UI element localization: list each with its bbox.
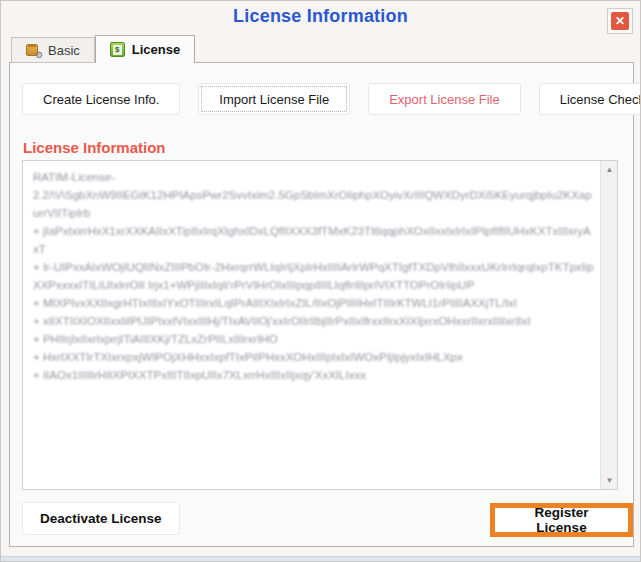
register-license-button[interactable]: Register License: [495, 508, 628, 532]
dollar-icon: $: [110, 42, 125, 57]
scroll-down-arrow-icon[interactable]: ▼: [601, 472, 618, 489]
vertical-scrollbar[interactable]: ▲ ▼: [600, 161, 617, 489]
import-license-file-button[interactable]: Import License File: [198, 83, 350, 115]
tab-license[interactable]: $ License: [95, 35, 195, 63]
register-license-highlight-box: Register License: [490, 503, 633, 537]
license-toolbar: Create License Info. Import License File…: [22, 83, 641, 115]
license-information-heading: License Information: [23, 139, 166, 156]
tab-license-label: License: [132, 42, 180, 57]
scroll-up-arrow-icon[interactable]: ▲: [601, 161, 618, 178]
window-bottom-edge: [1, 556, 640, 561]
license-information-dialog: License Information ✕ ⚙ Basic $ License …: [0, 0, 641, 562]
license-tab-panel: Create License Info. Import License File…: [9, 62, 634, 547]
tab-basic-label: Basic: [48, 43, 80, 58]
titlebar: License Information: [1, 6, 640, 27]
create-license-info-button[interactable]: Create License Info.: [22, 83, 180, 115]
tab-bar: ⚙ Basic $ License: [11, 35, 195, 63]
toolbox-gear-icon: ⚙: [26, 43, 41, 57]
export-license-file-button[interactable]: Export License File: [368, 83, 521, 115]
deactivate-license-button[interactable]: Deactivate License: [22, 502, 180, 535]
close-icon: ✕: [611, 12, 629, 30]
license-check-button[interactable]: License Check: [539, 83, 641, 115]
license-text-content: RATIM-License- 2.2/\\/\SgbXnW9IIEGtK12HP…: [23, 161, 600, 489]
dialog-title: License Information: [233, 6, 408, 26]
close-button[interactable]: ✕: [607, 8, 633, 34]
tab-basic[interactable]: ⚙ Basic: [11, 37, 95, 63]
license-text-area[interactable]: RATIM-License- 2.2/\\/\SgbXnW9IIEGtK12HP…: [22, 160, 618, 490]
